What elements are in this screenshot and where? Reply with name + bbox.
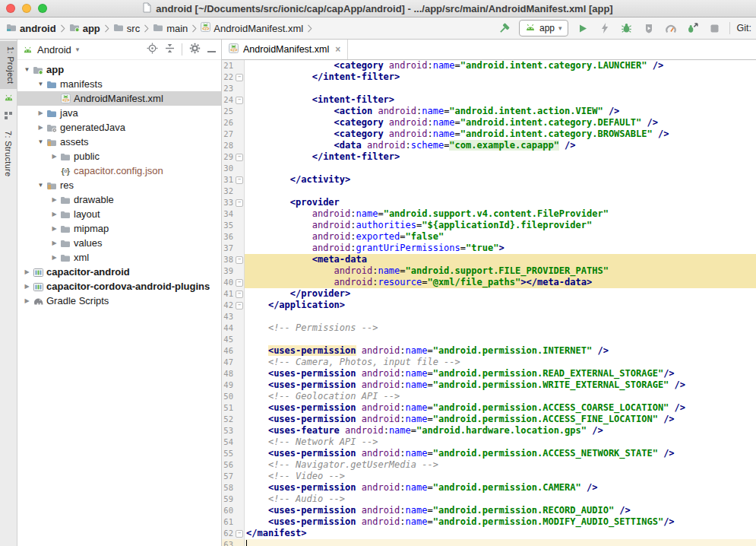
tree-item-assets[interactable]: ▼assets	[17, 135, 221, 149]
code-line-53[interactable]: <uses-feature android:name="android.hard…	[245, 425, 756, 436]
locate-file-button[interactable]	[147, 43, 158, 57]
build-button[interactable]	[497, 20, 512, 37]
structure-tool-tab[interactable]: 7: Structure	[2, 125, 14, 182]
fold-marker-icon[interactable]: −	[236, 199, 243, 207]
collapsed-arrow-icon[interactable]: ▶	[49, 196, 59, 203]
structure-icon[interactable]	[5, 112, 13, 120]
code-line-32[interactable]	[245, 186, 756, 197]
code-line-62[interactable]: </manifest>	[245, 528, 756, 539]
expanded-arrow-icon[interactable]: ▼	[36, 81, 46, 87]
code-line-57[interactable]: <!-- Video -->	[245, 471, 756, 482]
code-line-45[interactable]	[245, 334, 756, 345]
code-line-47[interactable]: <!-- Camera, Photos, input file -->	[245, 357, 756, 368]
profiler-button[interactable]	[663, 20, 679, 37]
expanded-arrow-icon[interactable]: ▼	[36, 182, 46, 189]
collapsed-arrow-icon[interactable]: ▶	[22, 297, 32, 304]
code-line-46[interactable]: <uses-permission android:name="android.p…	[245, 345, 756, 357]
breadcrumb-item-app[interactable]: app	[68, 23, 102, 34]
code-line-40[interactable]: android:resource="@xml/file_paths"></met…	[245, 277, 756, 288]
fold-marker-icon[interactable]: −	[236, 302, 243, 310]
code-line-30[interactable]	[245, 163, 756, 174]
code-line-59[interactable]: <!-- Audio -->	[245, 494, 756, 505]
hide-panel-button[interactable]	[207, 43, 216, 56]
code-line-34[interactable]: android:name="android.support.v4.content…	[245, 208, 756, 220]
code-line-36[interactable]: android:exported="false"	[245, 231, 756, 243]
tree-item-generatedjava[interactable]: ▶generatedJava	[17, 120, 221, 135]
chevron-down-icon[interactable]: ▾	[76, 46, 80, 53]
code-line-38[interactable]: <meta-data	[245, 254, 756, 265]
code-line-60[interactable]: <uses-permission android:name="android.p…	[245, 505, 756, 516]
collapsed-arrow-icon[interactable]: ▶	[49, 240, 59, 246]
code-line-42[interactable]: </application>	[245, 300, 756, 311]
code-line-61[interactable]: <uses-permission android:name="android.p…	[245, 516, 756, 528]
code-line-51[interactable]: <uses-permission android:name="android.p…	[245, 402, 756, 414]
code-line-22[interactable]: </intent-filter>	[245, 71, 756, 83]
code-line-54[interactable]: <!-- Network API -->	[245, 436, 756, 448]
breadcrumb-item-main[interactable]: main	[151, 23, 189, 34]
code-line-33[interactable]: <provider	[245, 197, 756, 208]
project-view-selector[interactable]: Android	[37, 44, 71, 56]
code-editor[interactable]: <category android:name="android.intent.c…	[245, 60, 756, 546]
fold-marker-icon[interactable]: −	[236, 290, 243, 298]
code-line-28[interactable]: <data android:scheme="com.example.capapp…	[245, 140, 756, 151]
code-line-55[interactable]: <uses-permission android:name="android.p…	[245, 448, 756, 459]
tree-item-res[interactable]: ▼res	[17, 178, 221, 192]
tree-item-values[interactable]: ▶values	[17, 236, 221, 250]
collapsed-arrow-icon[interactable]: ▶	[49, 254, 59, 261]
run-coverage-button[interactable]	[641, 20, 656, 37]
code-line-31[interactable]: </activity>	[245, 174, 756, 186]
expanded-arrow-icon[interactable]: ▼	[36, 138, 46, 145]
close-window-button[interactable]	[6, 4, 15, 13]
code-line-39[interactable]: android:name="android.support.FILE_PROVI…	[245, 265, 756, 277]
tree-item-manifests[interactable]: ▼manifests	[17, 77, 221, 91]
tree-item-drawable[interactable]: ▶drawable	[17, 192, 221, 207]
tree-item-mipmap[interactable]: ▶mipmap	[17, 221, 221, 236]
run-config-select[interactable]: app ▾	[519, 20, 568, 37]
collapsed-arrow-icon[interactable]: ▶	[22, 268, 32, 275]
collapsed-arrow-icon[interactable]: ▶	[36, 124, 46, 131]
collapse-all-button[interactable]	[165, 43, 175, 56]
code-line-43[interactable]	[245, 311, 756, 322]
code-line-29[interactable]: </intent-filter>	[245, 151, 756, 163]
fold-marker-icon[interactable]: −	[236, 279, 243, 287]
code-line-52[interactable]: <uses-permission android:name="android.p…	[245, 414, 756, 425]
code-line-26[interactable]: <category android:name="android.intent.c…	[245, 117, 756, 129]
breadcrumb-item-androidmanifest-xml[interactable]: </>AndroidManifest.xml	[199, 22, 305, 34]
zoom-window-button[interactable]	[38, 4, 47, 13]
code-line-50[interactable]: <!-- Geolocation API -->	[245, 391, 756, 402]
tree-item-app[interactable]: ▼app	[17, 62, 221, 77]
debug-button[interactable]	[619, 20, 634, 37]
collapsed-arrow-icon[interactable]: ▶	[49, 211, 59, 217]
attach-debugger-button[interactable]	[685, 20, 701, 37]
stop-button[interactable]	[707, 20, 723, 37]
breadcrumb-item-android[interactable]: android	[5, 23, 58, 34]
collapsed-arrow-icon[interactable]: ▶	[49, 225, 59, 232]
code-line-25[interactable]: <action android:name="android.intent.act…	[245, 106, 756, 117]
close-icon[interactable]: ×	[335, 44, 340, 55]
code-line-35[interactable]: android:authorities="${applicationId}.fi…	[245, 220, 756, 231]
code-line-23[interactable]	[245, 83, 756, 94]
code-line-49[interactable]: <uses-permission android:name="android.p…	[245, 379, 756, 391]
expanded-arrow-icon[interactable]: ▼	[22, 66, 32, 73]
code-line-41[interactable]: </provider>	[245, 288, 756, 300]
apply-changes-button[interactable]	[597, 20, 612, 37]
tree-item-capacitor-android[interactable]: ▶capacitor-android	[17, 265, 221, 279]
breadcrumb-item-src[interactable]: src	[112, 23, 141, 34]
code-line-48[interactable]: <uses-permission android:name="android.p…	[245, 368, 756, 379]
project-tool-tab[interactable]: 1: Project	[0, 41, 17, 89]
fold-marker-icon[interactable]: −	[236, 530, 243, 538]
tree-item-java[interactable]: ▶java	[17, 106, 221, 120]
tree-item-capacitor-cordova-android-plugins[interactable]: ▶capacitor-cordova-android-plugins	[17, 279, 221, 294]
android-view-icon[interactable]	[4, 94, 14, 101]
code-line-56[interactable]: <!-- Navigator.getUserMedia -->	[245, 459, 756, 471]
code-line-27[interactable]: <category android:name="android.intent.c…	[245, 129, 756, 140]
code-line-24[interactable]: <intent-filter>	[245, 94, 756, 106]
code-line-37[interactable]: android:grantUriPermissions="true">	[245, 243, 756, 254]
collapsed-arrow-icon[interactable]: ▶	[22, 283, 32, 290]
tree-item-gradle-scripts[interactable]: ▶Gradle Scripts	[17, 294, 221, 308]
tree-item-androidmanifest-xml[interactable]: </>AndroidManifest.xml	[17, 91, 221, 106]
fold-marker-icon[interactable]: −	[236, 97, 243, 104]
fold-marker-icon[interactable]: −	[236, 176, 243, 184]
code-line-21[interactable]: <category android:name="android.intent.c…	[245, 60, 756, 71]
editor-tab-androidmanifest[interactable]: </> AndroidManifest.xml ×	[222, 40, 348, 59]
